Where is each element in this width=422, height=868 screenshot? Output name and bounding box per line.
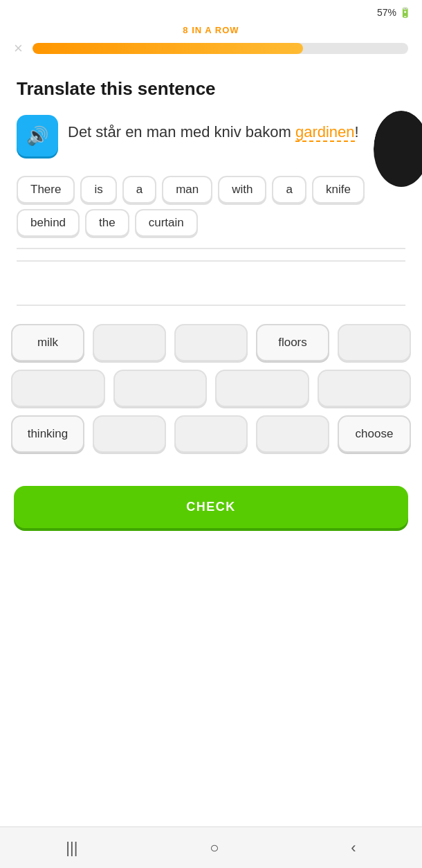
speaker-icon: 🔊 (26, 125, 48, 147)
answer-chip-there[interactable]: There (17, 176, 75, 204)
check-button-wrap: CHECK (0, 475, 422, 545)
nav-menu-icon[interactable]: ||| (66, 839, 77, 857)
nav-back-icon[interactable]: ‹ (351, 839, 356, 857)
instruction-text: Translate this sentence (17, 78, 405, 100)
battery-text: 57% (377, 7, 396, 18)
bank-chip-empty-5[interactable] (113, 370, 208, 407)
bank-chip-empty-8[interactable] (93, 415, 166, 453)
answer-chip-with[interactable]: with (218, 176, 266, 204)
sentence-main: Det står en man med kniv bakom (68, 123, 295, 141)
bank-chip-choose[interactable]: choose (338, 415, 411, 453)
header: 8 IN A ROW × (0, 21, 422, 64)
audio-button[interactable]: 🔊 (17, 115, 58, 156)
answer-chip-a1[interactable]: a (122, 176, 156, 204)
bank-chip-thinking[interactable]: thinking (11, 415, 84, 453)
word-bank-row-1: milk floors (11, 324, 411, 361)
answer-chip-behind[interactable]: behind (17, 209, 80, 237)
spacer (17, 273, 405, 293)
answer-chip-curtain[interactable]: curtain (135, 209, 198, 237)
sentence-text: Det står en man med kniv bakom gardinen! (68, 115, 359, 143)
answer-chip-knife[interactable]: knife (312, 176, 365, 204)
progress-row: × (14, 39, 408, 57)
bank-chip-empty-2[interactable] (174, 324, 248, 361)
battery-icon: 🔋 (399, 7, 411, 18)
answer-chip-the[interactable]: the (85, 209, 129, 237)
close-button[interactable]: × (14, 39, 23, 57)
word-bank: milk floors thinking choose (0, 317, 422, 475)
bank-chip-empty-4[interactable] (11, 370, 105, 407)
answer-chip-is[interactable]: is (80, 176, 116, 204)
sentence-row: 🔊 Det står en man med kniv bakom gardine… (17, 115, 405, 156)
bank-chip-empty-6[interactable] (215, 370, 309, 407)
main-content: Translate this sentence 🔊 Det står en ma… (0, 64, 422, 306)
progress-bar-track (33, 43, 408, 54)
bank-chip-empty-10[interactable] (256, 415, 329, 453)
bank-chip-floors[interactable]: floors (256, 324, 329, 361)
word-bank-row-3: thinking choose (11, 415, 411, 453)
word-bank-row-2 (11, 370, 411, 407)
answer-chip-a2[interactable]: a (272, 176, 306, 204)
answer-words-container: There is a man with a knife behind the c… (17, 176, 405, 237)
check-button[interactable]: CHECK (14, 486, 408, 528)
bank-chip-milk[interactable]: milk (11, 324, 84, 361)
divider-1 (17, 260, 405, 262)
streak-label: 8 IN A ROW (183, 25, 239, 35)
answer-chip-man[interactable]: man (162, 176, 212, 204)
progress-bar-fill (33, 43, 303, 54)
status-bar: 57% 🔋 (0, 0, 422, 21)
answer-area: There is a man with a knife behind the c… (17, 176, 405, 249)
bank-chip-empty-9[interactable] (174, 415, 248, 453)
sentence-suffix: ! (355, 123, 359, 141)
nav-home-icon[interactable]: ○ (210, 839, 219, 857)
nav-bar: ||| ○ ‹ (0, 826, 422, 868)
bank-chip-empty-7[interactable] (318, 370, 412, 407)
sentence-highlight: gardinen (295, 123, 355, 142)
bank-chip-empty-3[interactable] (338, 324, 411, 361)
bank-chip-empty-1[interactable] (93, 324, 166, 361)
divider-2 (17, 305, 405, 306)
